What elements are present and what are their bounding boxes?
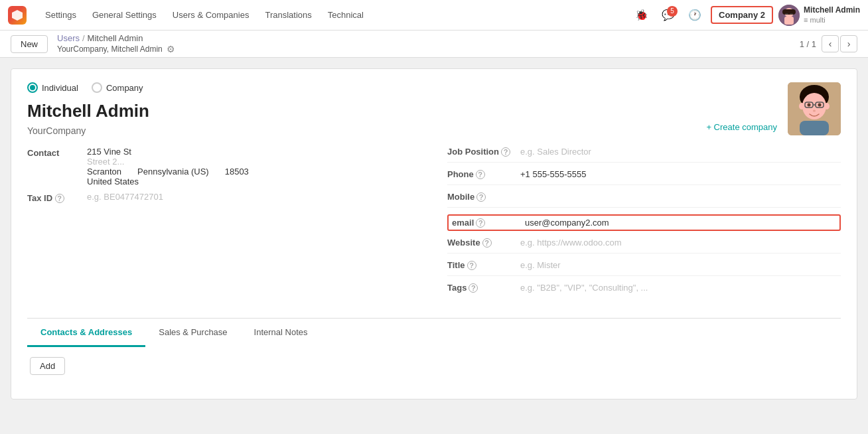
next-arrow[interactable]: ›: [840, 35, 857, 52]
bug-icon[interactable]: 🐞: [631, 5, 652, 26]
title-field: Title ? e.g. Mister: [447, 260, 841, 276]
taxid-field-row: Tax ID ? e.g. BE0477472701: [27, 192, 421, 203]
phone-label: Phone ?: [447, 169, 520, 179]
breadcrumb: Users / Mitchell Admin: [57, 33, 175, 43]
company-label: Company: [106, 83, 143, 93]
website-value[interactable]: e.g. https://www.odoo.com: [520, 238, 621, 248]
taxid-value[interactable]: e.g. BE0477472701: [87, 192, 163, 202]
svg-point-16: [818, 104, 822, 107]
svg-point-15: [808, 104, 811, 107]
email-help[interactable]: ?: [476, 218, 485, 228]
create-company-button[interactable]: + Create company: [706, 122, 777, 132]
mobile-field: Mobile ?: [447, 192, 841, 208]
app-logo[interactable]: [8, 6, 27, 25]
contact-name[interactable]: Mitchell Admin: [27, 101, 841, 121]
add-button[interactable]: Add: [30, 357, 65, 375]
tags-value[interactable]: e.g. "B2B", "VIP", "Consulting", ...: [520, 283, 648, 293]
nav-technical[interactable]: Technical: [320, 0, 372, 31]
user-info: Mitchell Admin ≡ multi: [804, 5, 860, 25]
tabs-bar: Contacts & Addresses Sales & Purchase In…: [27, 318, 841, 346]
tab-sales-purchase[interactable]: Sales & Purchase: [145, 319, 240, 347]
email-field: email ? user@company2.com: [447, 214, 841, 231]
top-nav: Settings General Settings Users & Compan…: [37, 0, 372, 31]
website-help[interactable]: ?: [482, 238, 492, 248]
nav-translations[interactable]: Translations: [257, 0, 319, 31]
chat-icon[interactable]: 💬 5: [658, 5, 679, 26]
nav-settings[interactable]: Settings: [37, 0, 84, 31]
svg-point-9: [802, 93, 826, 119]
form-card: Individual Company Mitchell Admin YourCo…: [11, 68, 857, 399]
svg-rect-5: [785, 13, 788, 15]
breadcrumb-separator: /: [82, 33, 85, 43]
new-button[interactable]: New: [11, 35, 48, 53]
form-body: Contact 215 Vine St Street 2... Scranton…: [27, 147, 841, 305]
phone-value[interactable]: +1 555-555-5555: [520, 169, 586, 179]
address-state[interactable]: Pennsylvania (US): [137, 167, 209, 177]
pagination-text: 1 / 1: [800, 39, 816, 49]
user-sub: ≡ multi: [804, 15, 860, 25]
topbar: Settings General Settings Users & Compan…: [0, 0, 868, 31]
svg-rect-18: [800, 121, 829, 135]
mobile-label: Mobile ?: [447, 192, 520, 202]
avatar-image: [788, 82, 841, 135]
svg-rect-4: [782, 9, 796, 15]
address-line1[interactable]: 215 Vine St: [87, 147, 249, 157]
radio-individual-circle: [27, 82, 38, 93]
company-button[interactable]: Company 2: [711, 6, 773, 24]
contact-avatar[interactable]: [788, 82, 841, 135]
main-content: Individual Company Mitchell Admin YourCo…: [0, 58, 868, 429]
individual-label: Individual: [42, 83, 78, 93]
gear-icon[interactable]: ⚙: [167, 44, 175, 54]
clock-icon[interactable]: 🕐: [684, 5, 705, 26]
svg-rect-6: [790, 13, 793, 15]
topbar-right: 🐞 💬 5 🕐 Company 2 Mitchell Admin: [631, 5, 860, 26]
tags-field: Tags ? e.g. "B2B", "VIP", "Consulting", …: [447, 283, 841, 298]
form-right: Job Position ? e.g. Sales Director Phone…: [447, 147, 841, 305]
address-zip[interactable]: 18503: [225, 167, 249, 177]
tab-internal-notes[interactable]: Internal Notes: [241, 319, 321, 347]
job-position-value[interactable]: e.g. Sales Director: [520, 147, 591, 157]
job-position-help[interactable]: ?: [501, 147, 510, 157]
website-label: Website ?: [447, 238, 520, 248]
svg-point-10: [799, 103, 804, 109]
nav-general-settings[interactable]: General Settings: [84, 0, 165, 31]
taxid-help-icon[interactable]: ?: [55, 194, 64, 203]
title-label: Title ?: [447, 260, 520, 270]
form-left: Contact 215 Vine St Street 2... Scranton…: [27, 147, 421, 305]
email-value[interactable]: user@company2.com: [525, 218, 609, 228]
user-menu[interactable]: Mitchell Admin ≡ multi: [778, 5, 860, 26]
taxid-label: Tax ID ?: [27, 192, 87, 203]
svg-rect-3: [784, 17, 794, 25]
contact-label: Contact: [27, 147, 87, 158]
breadcrumb-users[interactable]: Users: [57, 33, 80, 43]
breadcrumb-subtitle: YourCompany, Mitchell Admin ⚙: [57, 44, 175, 54]
title-value[interactable]: e.g. Mister: [520, 260, 561, 270]
radio-company[interactable]: Company: [92, 82, 143, 93]
address-country[interactable]: United States: [87, 177, 249, 186]
address-city-row: Scranton Pennsylvania (US) 18503: [87, 167, 249, 177]
tags-help[interactable]: ?: [469, 283, 478, 293]
nav-arrows: ‹ ›: [822, 35, 857, 52]
address-line2[interactable]: Street 2...: [87, 157, 249, 167]
title-help[interactable]: ?: [467, 261, 476, 270]
radio-individual[interactable]: Individual: [27, 82, 78, 93]
tab-content: Add: [27, 346, 841, 386]
job-position-label: Job Position ?: [447, 147, 520, 157]
contact-field-row: Contact 215 Vine St Street 2... Scranton…: [27, 147, 421, 186]
svg-point-17: [813, 110, 816, 112]
svg-marker-0: [12, 10, 23, 21]
user-name: Mitchell Admin: [804, 5, 860, 16]
mobile-help[interactable]: ?: [476, 192, 486, 202]
chat-badge: 5: [667, 6, 678, 17]
address-city[interactable]: Scranton: [87, 167, 121, 177]
phone-field: Phone ? +1 555-555-5555: [447, 169, 841, 185]
phone-help[interactable]: ?: [476, 170, 485, 179]
contact-type-selector: Individual Company: [27, 82, 841, 93]
user-avatar: [778, 5, 800, 26]
pagination-area: 1 / 1 ‹ ›: [800, 35, 857, 52]
tags-label: Tags ?: [447, 283, 520, 293]
tab-contacts-addresses[interactable]: Contacts & Addresses: [27, 319, 145, 347]
website-field: Website ? e.g. https://www.odoo.com: [447, 238, 841, 253]
prev-arrow[interactable]: ‹: [822, 35, 839, 52]
nav-users-companies[interactable]: Users & Companies: [165, 0, 257, 31]
